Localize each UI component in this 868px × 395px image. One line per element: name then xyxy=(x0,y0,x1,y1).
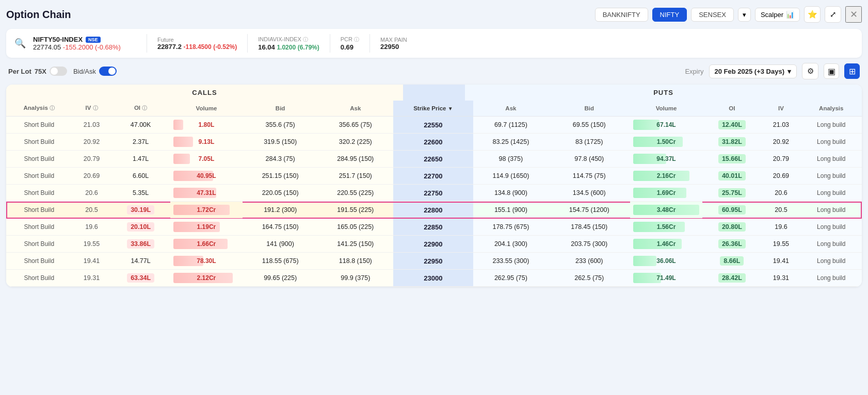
bid-ask: Bid/Ask xyxy=(73,67,117,76)
iv-value: 19.55 xyxy=(84,240,100,248)
put-iv-cell: 19.55 xyxy=(761,236,800,253)
iv-cell: 20.92 xyxy=(72,134,111,151)
put-bid-cell: 114.75 (75) xyxy=(549,168,630,185)
put-volume-value: 1.50Cr xyxy=(657,138,676,145)
volume-value: 7.05L xyxy=(199,155,215,162)
put-analysis-cell: Long build xyxy=(800,117,862,134)
put-volume-cell: 67.14L xyxy=(630,117,703,134)
table-row: Short Build 20.69 6.60L 40.95L 251.15 (1… xyxy=(6,168,862,185)
strike-spacer xyxy=(403,85,465,101)
expand-icon: ⤢ xyxy=(830,10,837,19)
put-iv-cell: 21.03 xyxy=(761,117,800,134)
info-icon-pcr: ⓘ xyxy=(354,37,359,42)
iv-value: 20.92 xyxy=(84,138,100,145)
view-grid-button[interactable]: ⊞ xyxy=(844,63,860,79)
page-title: Option Chain xyxy=(6,9,71,21)
col-oi: OI ⓘ xyxy=(111,101,170,117)
maxpain-block: MAX PAIN 22950 xyxy=(380,37,407,51)
put-ask-cell: 178.75 (675) xyxy=(473,219,549,236)
short-build-label: Short Build xyxy=(24,206,54,213)
long-build-label: Long build xyxy=(817,274,845,282)
ask-cell: 191.55 (225) xyxy=(318,202,393,219)
short-build-label: Short Build xyxy=(24,172,54,179)
expiry-label: Expiry xyxy=(685,68,703,75)
long-build-label: Long build xyxy=(817,206,845,213)
analysis-cell: Short Build xyxy=(6,236,72,253)
bid-ask-label: Bid/Ask xyxy=(73,68,96,75)
iv-value: 20.6 xyxy=(85,189,98,196)
col-bid: Bid xyxy=(243,101,318,117)
ask-cell: 284.95 (150) xyxy=(318,151,393,168)
put-ask-cell: 134.8 (900) xyxy=(473,185,549,202)
put-oi-badge: 8.66L xyxy=(720,256,744,266)
table-row: Short Build 20.92 2.37L 9.13L 319.5 (150… xyxy=(6,134,862,151)
per-lot-toggle[interactable] xyxy=(50,67,67,76)
put-volume-cell: 1.69Cr xyxy=(630,185,703,202)
pcr-block: PCR ⓘ 0.69 xyxy=(341,36,359,51)
volume-value: 1.72Cr xyxy=(197,206,216,213)
put-analysis-cell: Long build xyxy=(800,185,862,202)
view-split-button[interactable]: ▣ xyxy=(824,63,839,79)
sensex-button[interactable]: SENSEX xyxy=(691,8,734,22)
grid-view-icon: ⊞ xyxy=(849,67,856,76)
strike-cell: 22850 xyxy=(393,219,473,236)
put-oi-cell: 40.01L xyxy=(702,168,761,185)
search-icon[interactable]: 🔍 xyxy=(14,38,26,49)
put-volume-value: 1.46Cr xyxy=(657,240,676,248)
bid-cell: 164.75 (150) xyxy=(243,219,318,236)
indiavix-block: INDIAVIX-INDEX ⓘ 16.04 1.0200 (6.79%) xyxy=(258,36,319,51)
future-change: -118.4500 xyxy=(184,43,212,51)
volume-value: 1.66Cr xyxy=(197,240,216,248)
banknifty-button[interactable]: BANKNIFTY xyxy=(595,8,648,22)
iv-cell: 21.03 xyxy=(72,117,111,134)
col-put-analysis: Analysis xyxy=(800,101,862,117)
scalper-button[interactable]: Scalper 📊 xyxy=(755,8,800,22)
iv-cell: 20.5 xyxy=(72,202,111,219)
nifty-button[interactable]: NIFTY xyxy=(652,8,687,22)
put-iv-cell: 19.41 xyxy=(761,253,800,270)
info-icon-iv: ⓘ xyxy=(93,105,98,111)
put-oi-cell: 26.36L xyxy=(702,236,761,253)
analysis-cell: Short Build xyxy=(6,134,72,151)
short-build-label: Short Build xyxy=(24,121,54,128)
divider-1 xyxy=(147,34,147,53)
bid-ask-toggle[interactable] xyxy=(99,67,117,76)
more-button[interactable]: ▾ xyxy=(738,8,751,22)
oi-badge: 2.37L xyxy=(133,138,149,145)
sort-icon[interactable]: ▼ xyxy=(448,106,453,111)
divider-3 xyxy=(330,34,330,53)
table-row: Short Build 19.41 14.77L 78.30L 118.55 (… xyxy=(6,253,862,270)
long-build-label: Long build xyxy=(817,257,845,265)
split-view-icon: ▣ xyxy=(828,67,835,76)
oi-badge: 20.10L xyxy=(127,222,154,232)
oi-cell: 5.35L xyxy=(111,185,170,202)
filter-button[interactable]: ⚙ xyxy=(802,63,818,79)
indiavix-value: 16.04 xyxy=(258,43,275,51)
controls-right: Expiry 20 Feb 2025 (+3 Days) ▾ ⚙ ▣ ⊞ xyxy=(685,63,860,79)
ask-cell: 118.8 (150) xyxy=(318,253,393,270)
put-bid-cell: 97.8 (450) xyxy=(549,151,630,168)
put-volume-value: 3.48Cr xyxy=(657,206,676,213)
expand-button[interactable]: ⤢ xyxy=(825,6,841,23)
close-button[interactable]: ✕ xyxy=(845,6,862,23)
volume-value: 1.80L xyxy=(199,121,215,128)
put-volume-value: 94.37L xyxy=(656,155,676,162)
iv-value: 19.41 xyxy=(84,257,100,265)
star-icon-button[interactable]: ⭐ xyxy=(804,6,821,23)
put-analysis-cell: Long build xyxy=(800,202,862,219)
put-oi-badge: 26.36L xyxy=(718,239,746,249)
oi-badge: 6.60L xyxy=(133,172,149,179)
put-bid-cell: 83 (1725) xyxy=(549,134,630,151)
put-analysis-cell: Long build xyxy=(800,151,862,168)
put-bid-cell: 154.75 (1200) xyxy=(549,202,630,219)
maxpain-label: MAX PAIN xyxy=(380,37,407,43)
volume-value: 47.31L xyxy=(197,189,216,196)
index-block: NIFTY50-INDEX NSE 22774.05 -155.2000 (-0… xyxy=(33,36,121,51)
divider-4 xyxy=(369,34,370,53)
expiry-select[interactable]: 20 Feb 2025 (+3 Days) ▾ xyxy=(709,64,797,78)
put-oi-cell: 28.42L xyxy=(702,270,761,287)
oi-cell: 14.77L xyxy=(111,253,170,270)
col-analysis: Analysis ⓘ xyxy=(6,101,72,117)
per-lot-value: 75X xyxy=(35,68,46,75)
index-value: 22774.05 xyxy=(33,43,61,51)
